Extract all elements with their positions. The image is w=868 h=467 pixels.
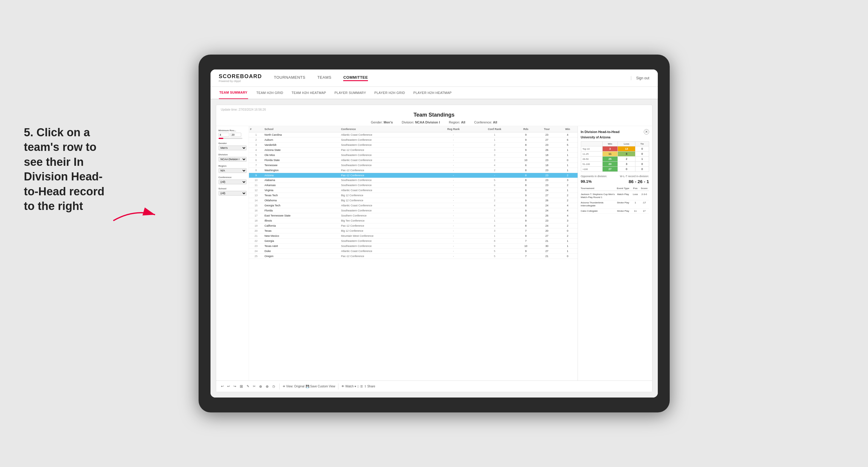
- table-row[interactable]: 9ArizonaPac-12 Conference--8232: [249, 173, 578, 178]
- table-row[interactable]: 15Georgia TechAtlantic Coast Conference-…: [249, 203, 578, 208]
- division-select[interactable]: NCAA Division I: [219, 157, 247, 162]
- table-row[interactable]: 4Arizona StatePac-12 Conference-39261: [249, 148, 578, 153]
- table-row[interactable]: 7TennesseeSoutheastern Conference-46181: [249, 163, 578, 168]
- right-panel-header: In Division Head-to-Head ✕: [581, 129, 649, 134]
- nav-item-teams[interactable]: TEAMS: [317, 75, 331, 81]
- tournament-row-2: Arizona Thunderbirds Intercollegiate Str…: [581, 200, 649, 209]
- table-row[interactable]: 23Texas A&MSoutheastern Conference-91030…: [249, 244, 578, 249]
- col-header-win: Win: [558, 126, 578, 132]
- table-area: # School Conference Reg Rank Conf Rank R…: [249, 126, 578, 380]
- content-card: Update time: 27/03/2024 16:56:26 Team St…: [216, 105, 652, 392]
- max-rounds-input[interactable]: [230, 133, 241, 137]
- filter-region-section: Region N/A: [219, 165, 246, 173]
- opponents-section: Opponents in division: W-L-T record in-d…: [581, 175, 649, 178]
- conference-select[interactable]: (All): [219, 180, 247, 184]
- toolbar-redo[interactable]: ↪: [232, 384, 237, 389]
- nav-items: TOURNAMENTS TEAMS COMMITTEE: [274, 75, 631, 81]
- table-row[interactable]: 17East Tennessee StateSouthern Conferenc…: [249, 213, 578, 218]
- school-select[interactable]: (All): [219, 191, 247, 196]
- min-rounds-label: Minimum Rou...: [219, 129, 246, 132]
- filter-region: Region: All: [449, 121, 465, 124]
- table-row[interactable]: 14OklahomaBig 12 Conference-29262: [249, 198, 578, 203]
- logo-title: SCOREBOARD: [219, 73, 262, 80]
- table-row[interactable]: 13Texas TechBig 12 Conference-19272: [249, 193, 578, 198]
- toolbar-list[interactable]: ☰: [360, 385, 363, 388]
- region-select[interactable]: N/A: [219, 168, 247, 173]
- table-row[interactable]: 22GeorgiaSoutheastern Conference-87211: [249, 239, 578, 244]
- card-header: Update time: 27/03/2024 16:56:26 Team St…: [216, 105, 652, 126]
- nav-item-committee[interactable]: COMMITTEE: [343, 75, 368, 81]
- standings-table: # School Conference Reg Rank Conf Rank R…: [249, 126, 578, 259]
- school-label: School: [219, 187, 246, 190]
- toolbar-watch[interactable]: 👁 Watch ▾: [341, 385, 356, 388]
- sub-nav-player-h2h-grid[interactable]: PLAYER H2H GRID: [374, 91, 405, 95]
- opponents-pct: 99.1%: [581, 179, 592, 184]
- table-row[interactable]: 8WashingtonPac-12 Conference-28231: [249, 168, 578, 173]
- sub-nav-team-h2h-heatmap[interactable]: TEAM H2H HEATMAP: [291, 91, 326, 95]
- wl-label: W-L-T record in-division:: [620, 175, 649, 178]
- table-row[interactable]: 21New MexicoMountain West Conference-192…: [249, 234, 578, 239]
- h2h-row-51-100: 51-100 20 3 0: [581, 162, 649, 167]
- tournament-row-3: Cabo Collegiate Stroke Play 11 17: [581, 209, 649, 214]
- table-row[interactable]: 19CaliforniaPac-12 Conference-48242: [249, 223, 578, 228]
- toolbar-clock[interactable]: ◷: [271, 384, 276, 389]
- h2h-row-gt100: >100 27 0 0: [581, 167, 649, 172]
- col-header-school: School: [263, 126, 340, 132]
- toolbar-grid[interactable]: ⊞: [239, 383, 244, 389]
- bottom-toolbar: ↩ ↩ ↪ ⊞ ✎ ✂ ⊕ ⊕ ◷ 👁 View: Original: [216, 380, 652, 392]
- table-row[interactable]: 2AuburnSoutheastern Conference-19276: [249, 137, 578, 143]
- filter-conference-section: Conference (All): [219, 176, 246, 184]
- toolbar-undo[interactable]: ↩: [220, 384, 225, 389]
- toolbar-view-original[interactable]: 👁 View: Original: [283, 385, 305, 388]
- h2h-table: Win Loss Tie Top 10 3 13: [581, 142, 649, 172]
- toolbar-share[interactable]: ⇪ Share: [364, 385, 375, 388]
- toolbar-edit[interactable]: ✎: [245, 384, 250, 389]
- sidebar-filters: Minimum Rou... Gender: [216, 126, 249, 380]
- toolbar-step-back[interactable]: ↩: [226, 384, 231, 389]
- instruction-text: 5. Click on a team's row to see their In…: [24, 125, 116, 214]
- close-button[interactable]: ✕: [644, 129, 649, 134]
- h2h-row-top10: Top 10 3 13 0: [581, 147, 649, 152]
- table-row[interactable]: 6Florida StateAtlantic Coast Conference-…: [249, 158, 578, 163]
- nav-item-tournaments[interactable]: TOURNAMENTS: [274, 75, 306, 81]
- col-header-num: #: [249, 126, 263, 132]
- col-header-conference: Conference: [340, 126, 434, 132]
- table-row[interactable]: 18IllinoisBig Ten Conference-19233: [249, 218, 578, 223]
- min-rounds-input[interactable]: [219, 133, 229, 137]
- wl-record: 86 - 26 - 1: [628, 179, 649, 184]
- opponents-label: Opponents in division:: [581, 175, 608, 178]
- table-row[interactable]: 5Ole MissSoutheastern Conference-36181: [249, 153, 578, 158]
- gender-label: Gender: [219, 142, 246, 145]
- card-body: Minimum Rou... Gender: [216, 126, 652, 380]
- table-row[interactable]: 16FloridaSoutheastern Conference-79244: [249, 208, 578, 213]
- table-row[interactable]: 1North CarolinaAtlantic Coast Conference…: [249, 132, 578, 137]
- sub-nav-team-summary[interactable]: TEAM SUMMARY: [219, 87, 248, 99]
- sub-nav-player-summary[interactable]: PLAYER SUMMARY: [335, 91, 366, 95]
- right-panel-title: In Division Head-to-Head: [581, 130, 620, 134]
- card-filters: Gender: Men's Division: NCAA Division I …: [221, 121, 647, 124]
- table-row[interactable]: 3VanderbiltSoutheastern Conference-28235: [249, 143, 578, 148]
- sub-nav: TEAM SUMMARY TEAM H2H GRID TEAM H2H HEAT…: [211, 87, 658, 99]
- gender-select[interactable]: Men's: [219, 146, 247, 150]
- main-area: Update time: 27/03/2024 16:56:26 Team St…: [211, 99, 658, 398]
- toolbar-cut[interactable]: ✂: [252, 384, 257, 389]
- toolbar-sep-1: [279, 383, 280, 390]
- col-header-tour: Tour: [536, 126, 558, 132]
- update-time: Update time: 27/03/2024 16:56:26: [221, 108, 647, 111]
- sub-nav-player-h2h-heatmap[interactable]: PLAYER H2H HEATMAP: [413, 91, 452, 95]
- tablet-device: SCOREBOARD Powered by clippd TOURNAMENTS…: [198, 55, 670, 412]
- division-label: Division: [219, 153, 246, 156]
- table-row[interactable]: 11ArkansasSoutheastern Conference-68232: [249, 183, 578, 188]
- toolbar-add1[interactable]: ⊕: [258, 384, 263, 389]
- sub-nav-team-h2h-grid[interactable]: TEAM H2H GRID: [256, 91, 283, 95]
- table-row[interactable]: 24DukeAtlantic Coast Conference-59271: [249, 249, 578, 254]
- sign-out-link[interactable]: Sign out: [631, 76, 649, 80]
- filter-division: Division: NCAA Division I: [402, 121, 440, 124]
- toolbar-save-custom[interactable]: 💾 Save Custom View: [306, 385, 335, 388]
- table-row[interactable]: 20TexasBig 12 Conference-37200: [249, 228, 578, 234]
- toolbar-layout[interactable]: □: [357, 385, 359, 388]
- toolbar-add2[interactable]: ⊕: [265, 384, 270, 389]
- table-row[interactable]: 25OregonPac-12 Conference-57210: [249, 254, 578, 259]
- table-row[interactable]: 10AlabamaSoutheastern Conference-58233: [249, 178, 578, 183]
- table-row[interactable]: 12VirginiaAtlantic Coast Conference-3824…: [249, 188, 578, 193]
